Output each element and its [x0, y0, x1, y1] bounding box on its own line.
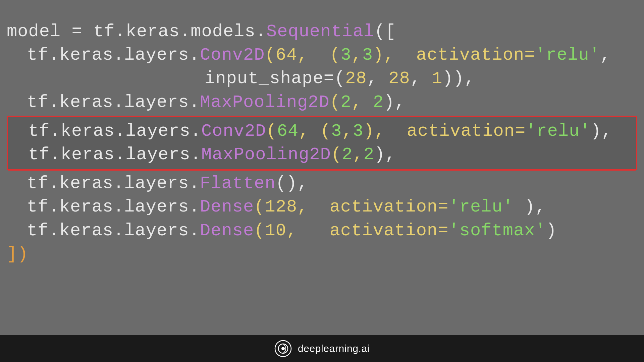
code-block: model = tf.keras.models.Sequential([ tf.… [7, 20, 637, 266]
code-area: model = tf.keras.models.Sequential([ tf.… [0, 0, 644, 335]
code-token: 3 [340, 45, 351, 65]
code-line-6: tf.keras.layers.MaxPooling2D(2,2), [15, 143, 629, 167]
code-line-3: input_shape=(28, 28, 1)), [7, 67, 637, 90]
code-token: tf.keras.layers. [27, 93, 200, 112]
code-token: ), [374, 145, 396, 165]
code-token: (10, activation= [254, 221, 448, 241]
code-token: MaxPooling2D [200, 93, 330, 112]
code-token: ), [591, 121, 612, 141]
code-token: ), [384, 93, 406, 112]
code-token: ) [546, 221, 557, 241]
code-token: , [600, 45, 611, 65]
highlight-box: tf.keras.layers.Conv2D(64, (3,3), activa… [7, 116, 637, 171]
code-token: 'softmax' [449, 221, 546, 241]
footer-brand-text: deeplearning.ai [298, 343, 370, 354]
code-token: 28 [345, 69, 367, 88]
code-token: Conv2D [201, 121, 266, 141]
code-line-7: tf.keras.layers.Flatten(), [7, 172, 637, 195]
code-token: tf.keras.layers. [28, 121, 201, 141]
code-line-10: ]) [7, 243, 637, 266]
code-token: Sequential [266, 22, 374, 42]
code-token: tf.keras.layers. [27, 197, 200, 217]
code-token: tf.keras.layers. [27, 221, 200, 241]
code-token: 2 [342, 145, 353, 165]
code-token: , [342, 121, 353, 141]
code-token: ), activation= [373, 45, 535, 65]
code-token: 'relu' [535, 45, 600, 65]
deeplearning-logo [274, 340, 292, 357]
code-token: (64, ( [265, 45, 340, 65]
code-token: (128, activation= [254, 197, 448, 217]
code-token: 28 [388, 69, 410, 88]
code-token: ( [266, 121, 277, 141]
code-token: , [410, 69, 432, 88]
code-line-8: tf.keras.layers.Dense(128, activation='r… [7, 195, 637, 219]
code-line-5: tf.keras.layers.Conv2D(64, (3,3), activa… [15, 120, 629, 143]
code-token: Dense [200, 221, 254, 241]
code-token: tf.keras.layers. [27, 45, 200, 65]
code-line-9: tf.keras.layers.Dense(10, activation='so… [7, 219, 637, 243]
code-token: model = tf.keras.models. [7, 22, 266, 42]
code-token: MaxPooling2D [201, 145, 331, 165]
code-token: 2 [373, 93, 384, 112]
code-token: 'relu' [449, 197, 514, 217]
code-token: ( [330, 93, 340, 112]
code-token: ([ [374, 22, 396, 42]
code-token: 1 [432, 69, 442, 88]
code-token: )), [442, 69, 475, 88]
code-token: (), [276, 174, 308, 193]
code-token: 3 [331, 121, 342, 141]
code-token: 3 [362, 45, 373, 65]
code-token: ), activation= [364, 121, 526, 141]
code-line-4: tf.keras.layers.MaxPooling2D(2, 2), [7, 91, 637, 114]
code-token: Flatten [200, 174, 276, 193]
code-token: , ( [299, 121, 331, 141]
code-token: , [353, 145, 363, 165]
svg-point-2 [281, 347, 285, 350]
code-token: ]) [7, 244, 29, 264]
code-token: 2 [340, 93, 351, 112]
code-token: Conv2D [200, 45, 265, 65]
code-token: , [367, 69, 389, 88]
code-token: input_shape=( [205, 69, 345, 88]
code-token: 3 [353, 121, 363, 141]
code-token: tf.keras.layers. [28, 145, 201, 165]
code-token: 64 [277, 121, 299, 141]
code-token: 2 [364, 145, 374, 165]
code-line-2: tf.keras.layers.Conv2D(64, (3,3), activa… [7, 44, 637, 67]
footer: deeplearning.ai [0, 335, 644, 362]
code-token: tf.keras.layers. [27, 174, 200, 193]
code-token: ), [514, 197, 546, 217]
code-token: 'relu' [526, 121, 590, 141]
code-token: , [351, 45, 362, 65]
code-line-1: model = tf.keras.models.Sequential([ [7, 20, 637, 44]
code-token: Dense [200, 197, 254, 217]
code-token: ( [331, 145, 342, 165]
code-token: , [351, 93, 373, 112]
